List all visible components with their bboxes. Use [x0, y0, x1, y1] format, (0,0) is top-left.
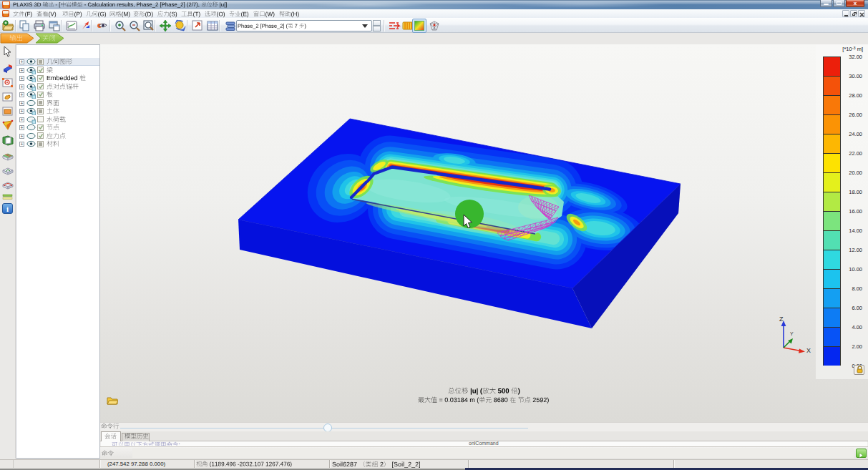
- svg-text:i: i: [6, 205, 9, 213]
